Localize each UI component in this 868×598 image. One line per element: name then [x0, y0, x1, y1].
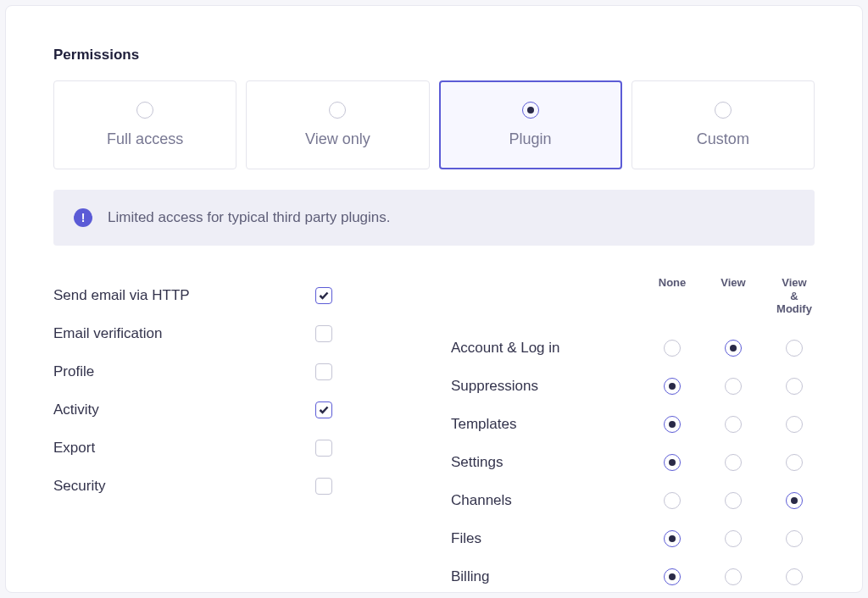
permission-radio-view[interactable] [725, 416, 742, 433]
permission-radio-none[interactable] [664, 416, 681, 433]
radio-icon [136, 102, 153, 119]
permission-label: Billing [451, 568, 652, 585]
column-header: View [713, 276, 754, 316]
permission-label: Email verification [53, 325, 315, 342]
permission-row: Billing [451, 558, 815, 596]
permission-row: Account & Log in [451, 329, 815, 368]
permission-label: Settings [451, 454, 652, 471]
permission-radio-view[interactable] [725, 492, 742, 509]
mode-label: Plugin [509, 130, 552, 148]
permission-radio-none[interactable] [664, 378, 681, 395]
permission-radio-none[interactable] [664, 530, 681, 547]
permission-radio-modify[interactable] [786, 378, 803, 395]
permission-radio-modify[interactable] [786, 568, 803, 585]
mode-cards: Full access View only Plugin Custom [53, 80, 815, 169]
permission-row: Send email via HTTP [53, 276, 417, 314]
column-header: None [652, 276, 693, 316]
permission-radio-none[interactable] [664, 454, 681, 471]
column-header-row: NoneViewView&Modify [451, 276, 815, 329]
permission-row: Activity [53, 390, 417, 429]
permission-label: Security [53, 478, 315, 495]
permission-radio-none[interactable] [664, 568, 681, 585]
permission-radio-none[interactable] [664, 340, 681, 357]
permission-row: Security [53, 467, 417, 505]
mode-card-plugin[interactable]: Plugin [439, 80, 622, 169]
permissions-panel: Permissions Full access View only Plugin… [5, 5, 863, 593]
permission-label: Files [451, 530, 652, 547]
info-icon: ! [74, 208, 92, 227]
permission-label: Templates [451, 416, 652, 433]
radio-icon [522, 102, 539, 119]
permission-radio-view[interactable] [725, 530, 742, 547]
permission-radio-view[interactable] [725, 378, 742, 395]
permission-radio-none[interactable] [664, 492, 681, 509]
permission-radio-modify[interactable] [786, 530, 803, 547]
permission-row: Templates [451, 406, 815, 444]
permission-columns: Send email via HTTP Email verification P… [53, 276, 815, 596]
permission-row: Suppressions [451, 368, 815, 406]
permission-label: Suppressions [451, 378, 652, 395]
permission-radio-view[interactable] [725, 340, 742, 357]
left-permission-column: Send email via HTTP Email verification P… [53, 276, 417, 596]
mode-card-custom[interactable]: Custom [632, 80, 815, 169]
permission-label: Channels [451, 492, 652, 509]
mode-label: Full access [107, 130, 183, 148]
mode-label: Custom [697, 130, 749, 148]
permission-radio-modify[interactable] [786, 492, 803, 509]
permission-radio-modify[interactable] [786, 454, 803, 471]
permission-row: Email verification [53, 314, 417, 352]
mode-card-full-access[interactable]: Full access [53, 80, 236, 169]
permission-radio-modify[interactable] [786, 416, 803, 433]
permission-label: Activity [53, 401, 315, 418]
permission-radio-view[interactable] [725, 454, 742, 471]
radio-icon [329, 102, 346, 119]
permission-label: Account & Log in [451, 340, 652, 357]
banner-text: Limited access for typical third party p… [108, 209, 391, 226]
permission-radio-view[interactable] [725, 568, 742, 585]
permission-row: Export [53, 429, 417, 467]
permission-radio-modify[interactable] [786, 340, 803, 357]
mode-card-view-only[interactable]: View only [246, 80, 429, 169]
permission-checkbox[interactable] [315, 363, 332, 380]
permission-checkbox[interactable] [315, 287, 332, 304]
column-header: View&Modify [774, 276, 815, 316]
permission-row: Settings [451, 444, 815, 482]
permission-label: Send email via HTTP [53, 287, 315, 304]
permission-checkbox[interactable] [315, 440, 332, 457]
permission-row: Channels [451, 482, 815, 520]
permission-row: Profile [53, 352, 417, 390]
permission-row: Files [451, 520, 815, 558]
info-banner: ! Limited access for typical third party… [53, 190, 815, 246]
right-permission-column: NoneViewView&Modify Account & Log in Sup… [451, 276, 815, 596]
permission-label: Profile [53, 363, 315, 380]
permission-checkbox[interactable] [315, 478, 332, 495]
radio-icon [715, 102, 732, 119]
section-title: Permissions [53, 47, 815, 64]
mode-label: View only [305, 130, 370, 148]
permission-label: Export [53, 440, 315, 457]
permission-checkbox[interactable] [315, 401, 332, 418]
permission-checkbox[interactable] [315, 325, 332, 342]
